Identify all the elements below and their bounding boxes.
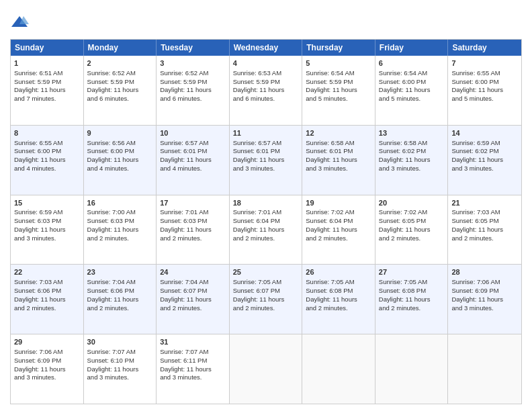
day-info-line: Daylight: 11 hours: [379, 295, 445, 304]
day-info-line: Daylight: 11 hours: [451, 156, 518, 165]
calendar-cell-day-8: 8Sunrise: 6:55 AMSunset: 6:00 PMDaylight…: [11, 126, 84, 195]
day-info-line: Daylight: 11 hours: [306, 86, 371, 95]
day-info-line: Daylight: 11 hours: [87, 86, 153, 95]
calendar-cell-day-14: 14Sunrise: 6:59 AMSunset: 6:02 PMDayligh…: [448, 126, 521, 195]
calendar-cell-day-17: 17Sunrise: 7:01 AMSunset: 6:03 PMDayligh…: [157, 195, 230, 265]
day-info-line: Sunset: 6:02 PM: [451, 147, 518, 156]
day-number: 21: [451, 198, 518, 208]
calendar-cell-day-28: 28Sunrise: 7:06 AMSunset: 6:09 PMDayligh…: [448, 265, 521, 334]
calendar-cell-day-16: 16Sunrise: 7:00 AMSunset: 6:03 PMDayligh…: [84, 195, 157, 265]
header-day-friday: Friday: [375, 40, 449, 56]
day-info-line: Sunset: 6:05 PM: [379, 217, 445, 226]
page: SundayMondayTuesdayWednesdayThursdayFrid…: [0, 0, 532, 411]
day-info-line: and 2 minutes.: [451, 234, 518, 243]
day-info-line: Sunrise: 6:51 AM: [14, 69, 80, 78]
calendar-cell-day-23: 23Sunrise: 7:04 AMSunset: 6:06 PMDayligh…: [84, 265, 157, 334]
day-number: 23: [87, 267, 153, 277]
day-info-line: Sunrise: 7:02 AM: [306, 208, 371, 217]
day-number: 25: [233, 267, 299, 277]
day-info-line: and 2 minutes.: [306, 234, 371, 243]
day-number: 11: [233, 128, 299, 138]
day-number: 14: [451, 128, 518, 138]
calendar-cell-day-22: 22Sunrise: 7:03 AMSunset: 6:06 PMDayligh…: [11, 265, 84, 334]
day-info-line: Sunset: 6:06 PM: [14, 287, 80, 295]
day-info-line: Sunrise: 7:06 AM: [451, 278, 518, 287]
day-info-line: and 2 minutes.: [306, 304, 371, 313]
calendar-cell-day-29: 29Sunrise: 7:06 AMSunset: 6:09 PMDayligh…: [11, 334, 84, 404]
day-number: 7: [451, 58, 518, 68]
day-info-line: Sunset: 6:06 PM: [87, 287, 153, 295]
day-info-line: Sunset: 5:59 PM: [160, 78, 226, 87]
calendar-row-5: 29Sunrise: 7:06 AMSunset: 6:09 PMDayligh…: [11, 334, 521, 404]
day-info-line: Sunrise: 7:02 AM: [379, 208, 445, 217]
day-info-line: and 4 minutes.: [14, 165, 80, 173]
day-info-line: Sunset: 6:05 PM: [451, 217, 518, 226]
day-info-line: Sunset: 6:00 PM: [87, 147, 153, 156]
day-number: 31: [160, 337, 226, 347]
day-info-line: Daylight: 11 hours: [87, 295, 153, 304]
day-info-line: and 5 minutes.: [306, 95, 371, 103]
calendar-cell-day-26: 26Sunrise: 7:05 AMSunset: 6:08 PMDayligh…: [302, 265, 375, 334]
day-number: 18: [233, 198, 299, 208]
header-day-thursday: Thursday: [302, 40, 375, 56]
calendar-cell-day-27: 27Sunrise: 7:05 AMSunset: 6:08 PMDayligh…: [375, 265, 449, 334]
day-info-line: and 5 minutes.: [451, 95, 518, 103]
day-info-line: Sunset: 6:01 PM: [233, 147, 299, 156]
day-info-line: Daylight: 11 hours: [451, 86, 518, 95]
day-number: 16: [87, 198, 153, 208]
day-info-line: Daylight: 11 hours: [306, 156, 371, 165]
day-info-line: and 5 minutes.: [379, 95, 445, 103]
calendar-cell-day-10: 10Sunrise: 6:57 AMSunset: 6:01 PMDayligh…: [157, 126, 230, 195]
day-info-line: Sunset: 6:09 PM: [451, 287, 518, 295]
header-day-tuesday: Tuesday: [157, 40, 230, 56]
day-number: 15: [14, 198, 80, 208]
calendar-cell-empty: [230, 334, 303, 404]
day-number: 22: [14, 267, 80, 277]
day-info-line: Sunset: 5:59 PM: [306, 78, 371, 87]
calendar-row-4: 22Sunrise: 7:03 AMSunset: 6:06 PMDayligh…: [11, 265, 521, 334]
day-info-line: Daylight: 11 hours: [14, 86, 80, 95]
day-info-line: and 3 minutes.: [451, 165, 518, 173]
day-info-line: Sunset: 6:07 PM: [233, 287, 299, 295]
day-info-line: Daylight: 11 hours: [306, 226, 371, 234]
day-info-line: Sunrise: 6:53 AM: [233, 69, 299, 78]
logo-icon: [10, 13, 29, 32]
day-number: 4: [233, 58, 299, 68]
day-number: 1: [14, 58, 80, 68]
day-info-line: Sunset: 6:11 PM: [160, 357, 226, 365]
calendar-cell-empty: [302, 334, 375, 404]
day-info-line: Daylight: 11 hours: [160, 295, 226, 304]
day-info-line: and 6 minutes.: [160, 95, 226, 103]
day-info-line: Sunrise: 6:57 AM: [233, 139, 299, 148]
day-info-line: and 3 minutes.: [14, 373, 80, 382]
day-info-line: Daylight: 11 hours: [160, 156, 226, 165]
header-day-wednesday: Wednesday: [230, 40, 303, 56]
day-info-line: Sunrise: 7:01 AM: [233, 208, 299, 217]
day-info-line: Sunset: 6:10 PM: [87, 357, 153, 365]
day-info-line: and 2 minutes.: [233, 304, 299, 313]
day-number: 30: [87, 337, 153, 347]
day-number: 28: [451, 267, 518, 277]
day-info-line: and 2 minutes.: [160, 304, 226, 313]
day-info-line: and 3 minutes.: [379, 165, 445, 173]
day-info-line: Sunrise: 7:05 AM: [233, 278, 299, 287]
calendar-header: SundayMondayTuesdayWednesdayThursdayFrid…: [11, 40, 521, 56]
day-number: 13: [379, 128, 445, 138]
day-number: 26: [306, 267, 371, 277]
day-info-line: Daylight: 11 hours: [160, 86, 226, 95]
day-info-line: Sunrise: 7:03 AM: [451, 208, 518, 217]
day-info-line: Sunset: 6:01 PM: [160, 147, 226, 156]
day-info-line: Sunrise: 7:03 AM: [14, 278, 80, 287]
day-info-line: Daylight: 11 hours: [233, 86, 299, 95]
day-number: 24: [160, 267, 226, 277]
day-info-line: Sunrise: 6:52 AM: [160, 69, 226, 78]
day-info-line: Sunrise: 6:59 AM: [14, 208, 80, 217]
day-info-line: and 3 minutes.: [306, 165, 371, 173]
calendar-cell-day-25: 25Sunrise: 7:05 AMSunset: 6:07 PMDayligh…: [230, 265, 303, 334]
day-info-line: Sunrise: 7:05 AM: [306, 278, 371, 287]
day-info-line: Sunrise: 7:07 AM: [160, 348, 226, 357]
day-info-line: Sunset: 6:00 PM: [14, 147, 80, 156]
calendar-row-2: 8Sunrise: 6:55 AMSunset: 6:00 PMDaylight…: [11, 126, 521, 195]
calendar-cell-day-7: 7Sunrise: 6:55 AMSunset: 6:00 PMDaylight…: [448, 56, 521, 125]
day-number: 19: [306, 198, 371, 208]
